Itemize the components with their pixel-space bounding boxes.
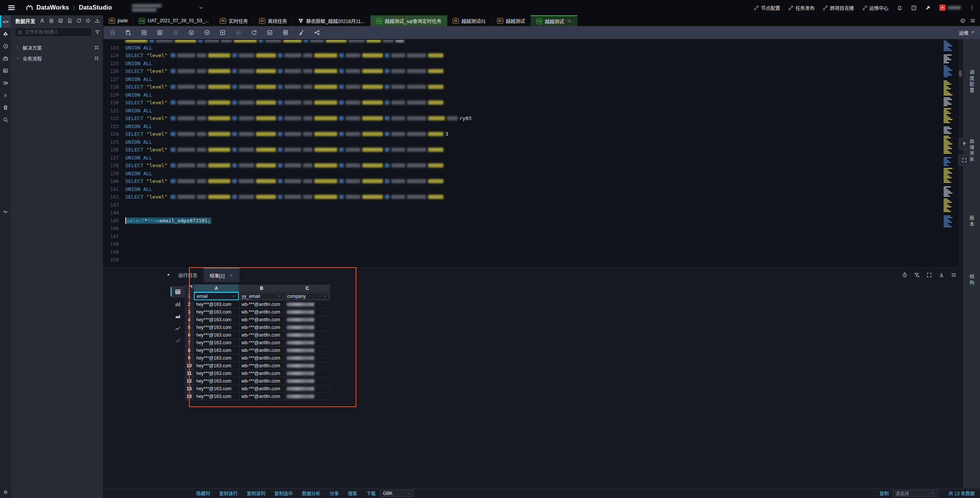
header-link[interactable]: 运维中心 — [862, 4, 888, 12]
column-header-A[interactable]: A — [194, 284, 239, 292]
tree-item-1[interactable]: 业务流程 — [11, 53, 103, 64]
cell-yy-email[interactable]: wb-***@antfin.com — [239, 385, 284, 393]
editor-tab-3[interactable]: Di离线任务 — [254, 15, 293, 26]
rail-item-club[interactable] — [0, 28, 11, 40]
cell-email[interactable]: hey***@163.com — [194, 370, 239, 377]
close-icon[interactable] — [229, 273, 233, 278]
panel-checklist-button[interactable] — [58, 18, 63, 23]
header-link[interactable]: 任务发布 — [788, 4, 814, 12]
rail-item-fx[interactable] — [0, 89, 11, 101]
search-input[interactable] — [25, 30, 89, 35]
cell-yy-email[interactable]: wb-***@antfin.com — [239, 316, 284, 324]
bottom-link[interactable]: 隐藏列 — [196, 490, 210, 496]
cell-yy-email[interactable]: wb-***@antfin.com — [239, 301, 284, 308]
more-options-icon[interactable] — [969, 5, 975, 10]
cell-email[interactable]: hey***@163.com — [194, 347, 239, 354]
editor-tab-1[interactable]: SqUAT_2021_07_28_01_53_... — [133, 15, 215, 26]
menu-button[interactable] — [970, 18, 975, 23]
workspace-name-redacted[interactable] — [132, 4, 162, 12]
field-select-yy_email[interactable]: yy_email — [240, 293, 283, 300]
cell-company-redacted[interactable] — [284, 354, 330, 362]
row-header-2[interactable]: 2 — [185, 301, 194, 308]
cell-company-redacted[interactable] — [284, 393, 330, 400]
panel-resize-handle-icon[interactable] — [167, 273, 171, 277]
rail-item-clock[interactable] — [0, 40, 11, 52]
cell-yy-email[interactable]: wb-***@antfin.com — [239, 331, 284, 339]
header-link[interactable]: 节点配置 — [754, 4, 780, 12]
row-header-8[interactable]: 8 — [185, 347, 194, 354]
bottom-link[interactable]: 复制选中 — [274, 490, 293, 496]
cell-email[interactable]: hey***@163.com — [194, 324, 239, 331]
funnel-x-button[interactable] — [914, 272, 920, 278]
encoding-select[interactable]: GBK — [380, 490, 413, 497]
scrollbar-thumb[interactable] — [959, 71, 962, 77]
smoke-test-button[interactable] — [267, 30, 273, 36]
bottom-link[interactable]: 复制该列 — [247, 490, 265, 496]
rail-item-trash[interactable] — [0, 101, 11, 113]
download-button[interactable] — [939, 272, 944, 278]
editor-tab-7[interactable]: Di越越测试 — [492, 15, 531, 26]
run-button[interactable] — [204, 30, 210, 36]
dag-button[interactable] — [314, 30, 320, 36]
bottom-link[interactable]: 复制该行 — [219, 490, 238, 496]
cell-email[interactable]: hey***@163.com — [194, 301, 239, 308]
row-header-12[interactable]: 12 — [185, 377, 194, 385]
row-header-7[interactable]: 7 — [185, 339, 194, 347]
cell-yy-email[interactable]: wb-***@antfin.com — [239, 370, 284, 377]
help-icon[interactable] — [911, 5, 917, 11]
cell-yy-email[interactable]: wb-***@antfin.com — [239, 393, 284, 400]
right-tab-3[interactable]: 结构 — [968, 274, 975, 286]
editor-tab-2[interactable]: Ri实时任务 — [215, 15, 254, 26]
reload-button[interactable] — [251, 30, 257, 36]
cell-company-redacted[interactable] — [284, 301, 330, 308]
submit-button[interactable] — [141, 30, 147, 36]
ops-link[interactable]: 运维 — [959, 29, 975, 36]
row-header-4[interactable]: 4 — [185, 316, 194, 324]
format-button[interactable] — [298, 30, 304, 36]
column-header-B[interactable]: B — [239, 284, 284, 292]
select-all-corner[interactable] — [185, 284, 194, 292]
fullscreen-button[interactable] — [959, 154, 970, 166]
row-header-13[interactable]: 13 — [185, 385, 194, 393]
cell-email[interactable]: hey***@163.com — [194, 331, 239, 339]
editor-tab-6[interactable]: Di越越测试01 — [447, 15, 492, 26]
hamburger-menu-icon[interactable] — [8, 4, 15, 12]
right-tab-0[interactable]: 调度配置 — [968, 70, 975, 94]
bottom-link[interactable]: 分享 — [330, 490, 339, 496]
cell-yy-email[interactable]: wb-***@antfin.com — [239, 339, 284, 347]
rail-item-wave[interactable] — [0, 205, 11, 218]
cell-company-redacted[interactable] — [284, 339, 330, 347]
rail-item-gear[interactable] — [0, 486, 11, 498]
rail-item-briefcase[interactable] — [0, 52, 11, 64]
panel-clipboard-search-button[interactable] — [49, 18, 54, 23]
header-link[interactable]: 跨项目克隆 — [823, 4, 854, 12]
workspace-chevron-down-icon[interactable] — [199, 5, 204, 10]
view-scatter-chart-button[interactable] — [171, 335, 185, 347]
cell-company-redacted[interactable] — [284, 331, 330, 339]
cell-yy-email[interactable]: wb-***@antfin.com — [239, 354, 284, 362]
panel-person-button[interactable] — [39, 18, 45, 23]
tab-run-log[interactable]: 运行日志 — [172, 268, 204, 282]
cell-company-redacted[interactable] — [284, 347, 330, 354]
cell-yy-email[interactable]: wb-***@antfin.com — [239, 377, 284, 385]
copy-target-select[interactable]: 请选择 — [893, 490, 938, 497]
editor-minimap[interactable] — [943, 39, 958, 267]
row-header-10[interactable]: 10 — [185, 362, 194, 370]
cell-email[interactable]: hey***@163.com — [194, 377, 239, 385]
panel-locate-button[interactable] — [85, 18, 91, 23]
scroll-top-button[interactable] — [959, 138, 970, 150]
panel-refresh-button[interactable] — [76, 18, 82, 23]
row-header-6[interactable]: 6 — [185, 331, 194, 339]
cell-email[interactable]: hey***@163.com — [194, 385, 239, 393]
row-header-1[interactable]: 1 — [185, 292, 194, 300]
row-header-11[interactable]: 11 — [185, 370, 194, 377]
cell-company-redacted[interactable] — [284, 308, 330, 316]
panel-file-plus-button[interactable] — [67, 18, 72, 23]
cell-company-redacted[interactable] — [284, 316, 330, 324]
editor-tab-8[interactable]: Sq越越测试 — [531, 15, 578, 26]
sql-code-editor[interactable]: 123UNION ALL124SELECT"level"125UNION ALL… — [103, 39, 943, 267]
cell-company-redacted[interactable] — [284, 324, 330, 331]
cell-email[interactable]: hey***@163.com — [194, 308, 239, 316]
file-search-box[interactable] — [15, 28, 92, 37]
bottom-link[interactable]: 下载 — [366, 490, 376, 496]
